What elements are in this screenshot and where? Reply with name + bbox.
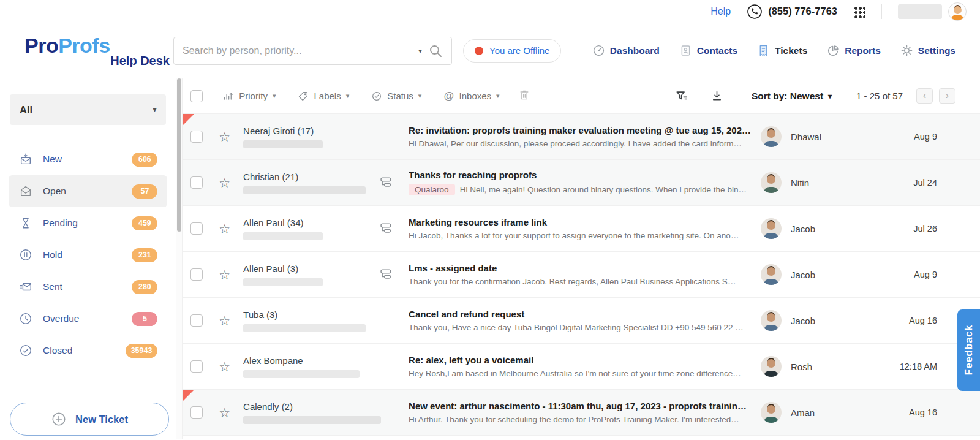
ticket-message: Re: invitation: proprofs training maker … [409,125,761,148]
sidebar-item-pending[interactable]: Pending 459 [9,207,167,239]
ticket-subject: Thanks for reaching proprofs [409,170,751,180]
assignee-avatar [761,402,782,423]
ticket-row[interactable]: ☆ Neeraj Giroti (17) Re: invitation: pro… [183,114,980,160]
apps-grid-icon[interactable] [853,6,865,18]
offline-status-text: You are Offline [489,45,549,56]
funnel-filter-icon [675,89,688,103]
nav-contacts[interactable]: Contacts [679,44,737,57]
labels-filter[interactable]: Labels ▾ [298,91,349,102]
top-utility-bar: Help (855) 776-7763 [0,0,980,23]
chevron-down-icon: ▾ [496,92,500,100]
assignee-avatar [761,126,782,147]
inbox-filter-dropdown[interactable]: All ▾ [10,94,166,125]
sidebar-item-label: Closed [43,345,72,356]
row-checkbox[interactable] [190,176,203,189]
sidebar-item-closed[interactable]: Closed 35943 [9,335,167,366]
ticket-preview: Thank you, Have a nice day Tuba Bingöl D… [409,323,744,332]
assignee-name: Jacob [791,316,815,326]
search-scope-caret-icon[interactable]: ▾ [418,47,422,55]
sidebar-item-label: Sent [43,281,62,292]
ticket-message: New event: arthur nascimento - 11:30am t… [409,401,761,424]
assignee: Dhawal [761,126,888,147]
search-box[interactable]: ▾ [173,37,452,65]
user-name-redacted [898,4,942,19]
vertical-scrollbar[interactable] [176,78,183,439]
feedback-tab[interactable]: Feedback [957,309,980,391]
reports-icon [827,44,840,57]
nav-settings[interactable]: Settings [900,44,956,57]
assignee-avatar [761,172,782,193]
user-avatar[interactable] [948,2,967,21]
row-checkbox[interactable] [190,406,203,419]
star-icon[interactable]: ☆ [219,314,230,327]
sidebar-item-open[interactable]: Open 57 [9,175,167,207]
star-icon[interactable]: ☆ [219,360,230,373]
sidebar-item-sent[interactable]: Sent 280 [9,271,167,303]
row-checkbox[interactable] [190,222,203,235]
ticket-message: Re: alex, left you a voicemail Hey Rosh,… [409,355,761,378]
select-all-checkbox[interactable] [190,90,203,102]
ticket-preview: Hi Neil, me again! Question around binar… [460,185,747,194]
nav-dashboard[interactable]: Dashboard [592,44,660,57]
ticket-row[interactable]: ☆ Allen Paul (3) Lms - assigned date Tha… [183,252,980,298]
advanced-filter-button[interactable] [675,89,688,103]
nav-reports[interactable]: Reports [827,44,881,57]
star-icon[interactable]: ☆ [219,131,230,143]
status-filter[interactable]: Status ▾ [371,91,421,102]
row-checkbox[interactable] [190,360,203,373]
assignee-name: Nitin [791,178,809,188]
offline-dot-icon [475,47,483,55]
requester: Alex Bompane [243,355,377,378]
export-button[interactable] [710,89,723,102]
phone-number[interactable]: (855) 776-7763 [747,4,837,20]
next-page-button[interactable]: › [939,88,956,104]
ticket-row[interactable]: ☆ Christian (21) Thanks for reaching pro… [183,160,980,206]
search-input[interactable] [183,45,412,56]
delete-button[interactable] [518,89,530,104]
proprofs-logo[interactable]: ProProfs Help Desk [0,34,173,68]
scrollbar-thumb[interactable] [177,78,181,232]
sort-dropdown[interactable]: Sort by: Newest ▾ [752,91,832,102]
inboxes-filter[interactable]: @ Inboxes ▾ [443,90,499,102]
assignee: Jacob [761,264,888,285]
sidebar-item-overdue[interactable]: Overdue 5 [9,303,167,335]
nav-dashboard-label: Dashboard [610,45,660,56]
sidebar-item-new[interactable]: New 606 [9,143,167,175]
star-icon[interactable]: ☆ [219,176,230,189]
helpdesk-app: Help (855) 776-7763 ProProfs Help Desk ▾ [0,0,980,440]
ticket-row[interactable]: ☆ Allen Paul (34) Marketing resources if… [183,206,980,252]
ticket-message: Thanks for reaching proprofs Qualaroo Hi… [409,170,761,195]
search-icon[interactable] [428,44,443,58]
new-ticket-button[interactable]: New Ticket [10,403,169,436]
list-toolbar: Priority ▾ Labels ▾ Status [183,78,980,114]
assignee: Jacob [761,218,888,239]
row-checkbox[interactable] [190,131,203,143]
ticket-message: Marketing resources iframe link Hi Jacob… [409,217,761,240]
ticket-row[interactable]: ☆ Tuba (3) Cancel and refund request Tha… [183,298,980,344]
assignee: Nitin [761,172,888,193]
row-checkbox[interactable] [190,314,203,327]
ticket-preview: Hi Jacob, Thanks a lot for your support … [409,231,739,240]
assignee-name: Jacob [791,270,815,280]
star-icon[interactable]: ☆ [219,406,230,419]
priority-filter[interactable]: Priority ▾ [222,90,276,102]
sidebar-item-hold[interactable]: Hold 231 [9,239,167,271]
count-badge: 231 [132,248,157,262]
priority-filter-label: Priority [239,91,268,101]
star-icon[interactable]: ☆ [219,222,230,235]
star-icon[interactable]: ☆ [219,268,230,281]
ticket-row[interactable]: ☆ Calendly (2) New event: arthur nascime… [183,390,980,436]
nav-tickets[interactable]: Tickets [757,44,807,57]
ticket-row[interactable]: ☆ Alex Bompane Re: alex, left you a voic… [183,344,980,390]
prev-page-button[interactable]: ‹ [916,88,933,104]
logo-part-profs: Profs [58,34,110,57]
help-link[interactable]: Help [710,6,731,17]
dashboard-icon [592,44,605,57]
status-check-icon [371,91,382,102]
offline-status-pill[interactable]: You are Offline [463,39,561,63]
count-badge: 606 [132,153,157,167]
pause-circle-icon [18,248,33,262]
inbox-new-icon [18,153,33,166]
row-checkbox[interactable] [190,268,203,281]
phone-number-text: (855) 776-7763 [768,6,837,17]
